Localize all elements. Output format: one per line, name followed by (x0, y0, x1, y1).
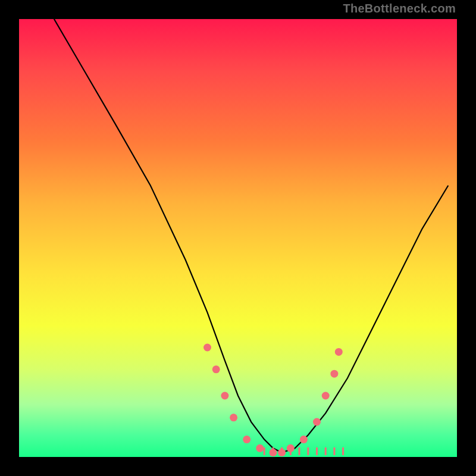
data-marker (330, 370, 338, 378)
bottleneck-curve (54, 19, 448, 453)
data-marker (221, 392, 228, 400)
data-marker (335, 348, 343, 356)
data-marker (300, 436, 308, 443)
attribution-text: TheBottleneck.com (343, 2, 456, 15)
data-marker (243, 436, 250, 443)
data-marker (230, 414, 237, 421)
data-marker (313, 418, 321, 426)
data-marker (203, 344, 211, 352)
data-marker (322, 392, 330, 400)
data-marker (212, 365, 220, 373)
data-marker (256, 444, 264, 452)
chart-frame: TheBottleneck.com (0, 0, 476, 476)
chart-svg (19, 19, 457, 457)
